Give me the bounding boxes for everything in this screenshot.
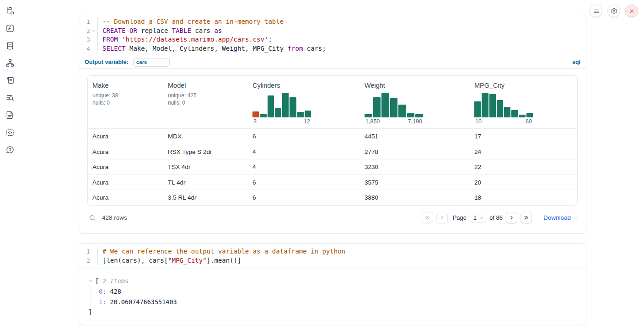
logs-icon[interactable] [5,93,15,103]
histogram-bar[interactable] [275,108,281,117]
column-header-weight[interactable]: Weight1,8507,190 [360,76,470,128]
pagination: Page 1 of 86 Download [422,212,578,223]
code-line[interactable]: 1-- Download a CSV and create an in-memo… [79,17,586,26]
table-cell[interactable]: Acura [88,190,163,205]
chevron-down-icon [479,216,483,220]
histogram-bar[interactable] [252,111,259,117]
table-cell[interactable]: MDX [163,129,248,144]
histogram-bar[interactable] [474,101,481,117]
output-variable-input[interactable] [133,58,170,67]
histogram-bar[interactable] [398,105,406,117]
documentation-icon[interactable] [5,110,15,120]
table-cell[interactable]: TL 4dr [163,175,248,190]
python-code-editor[interactable]: 1# We can reference the output variable … [79,244,586,269]
table-cell[interactable]: 4 [248,159,360,174]
histogram-bar[interactable] [497,100,503,117]
histogram-bar[interactable] [381,93,389,117]
download-button[interactable]: Download [543,214,578,221]
table-cell[interactable]: 3575 [360,175,470,190]
sql-code-editor[interactable]: 1-- Download a CSV and create an in-memo… [79,14,586,55]
code-text: # We can reference the output variable a… [97,247,345,256]
table-row[interactable]: AcuraMDX6445117 [88,128,577,144]
histogram-bar[interactable] [268,95,274,117]
table-cell[interactable]: Acura [88,159,163,174]
code-line[interactable]: 2[len(cars), cars["MPG_City"].mean()] [79,256,586,265]
axis-min-label: 1,850 [365,118,380,125]
table-cell[interactable]: 4 [248,144,360,159]
help-icon[interactable] [5,145,15,155]
scratchpad-icon[interactable] [5,75,15,85]
datasources-icon[interactable] [5,41,15,51]
histogram-bar[interactable] [260,114,266,117]
search-button[interactable] [87,213,97,223]
table-cell[interactable]: 6 [248,175,360,190]
table-row[interactable]: Acura3.5 RL 4dr6388018 [88,190,577,205]
histogram-bar[interactable] [290,97,296,117]
menu-button[interactable] [590,5,602,17]
table-cell[interactable]: 6 [248,129,360,144]
table-cell[interactable]: 3880 [360,190,470,205]
histogram-bar[interactable] [504,107,510,117]
table-cell[interactable]: 17 [470,129,578,144]
table-cell[interactable]: Acura [88,129,163,144]
chevron-left-icon [439,215,445,221]
previous-page-button[interactable] [436,212,448,223]
histogram-bar[interactable] [511,110,518,117]
table-row[interactable]: AcuraTL 4dr6357520 [88,174,577,190]
table-cell[interactable]: 6 [248,190,360,205]
axis-max-label: 7,190 [408,118,422,125]
line-number: 2 [79,26,90,36]
page-select[interactable]: 1 [470,213,486,222]
code-line[interactable]: 4SELECT Make, Model, Cylinders, Weight, … [79,44,586,53]
histogram-bar[interactable] [407,113,415,117]
table-cell[interactable]: RSX Type S 2dr [163,144,248,159]
table-cell[interactable]: 2778 [360,144,470,159]
histogram-bar[interactable] [297,112,304,117]
histogram-bar[interactable] [305,111,311,117]
histogram-bar[interactable] [282,93,289,117]
language-badge[interactable]: sql [572,59,580,65]
histogram-bar[interactable] [526,113,533,117]
column-header-model[interactable]: Modelunique: 425nulls: 0 [163,76,248,110]
line-gutter: 2 [79,26,97,36]
histogram-bar[interactable] [482,93,488,117]
settings-button[interactable] [607,5,620,17]
histogram-bar[interactable] [489,94,496,117]
table-cell[interactable]: Acura [88,175,163,190]
next-page-button[interactable] [506,212,517,223]
table-row[interactable]: AcuraRSX Type S 2dr4277824 [88,144,577,159]
sql-cell-footer: Output variable: sql [79,56,586,69]
row-count: 428 rows [102,214,127,221]
table-cell[interactable]: TSX 4dr [163,159,248,174]
last-page-button[interactable] [521,212,532,223]
histogram-bar[interactable] [390,98,398,117]
first-page-button[interactable] [422,212,433,223]
histogram-bar[interactable] [415,114,423,117]
list-item-key: 0: [99,288,106,295]
table-row[interactable]: AcuraTSX 4dr4323022 [88,159,577,174]
file-tree-icon[interactable] [5,6,15,16]
functions-icon[interactable] [5,23,15,33]
table-cell[interactable]: 24 [470,144,578,159]
table-cell[interactable]: 22 [470,159,578,174]
code-line[interactable]: 1# We can reference the output variable … [79,247,586,256]
shutdown-button[interactable] [625,5,638,17]
table-cell[interactable]: 20 [470,175,578,190]
collapse-chevron-icon[interactable] [88,278,94,284]
histogram-bar[interactable] [519,115,526,117]
histogram-bar[interactable] [365,114,372,117]
table-cell[interactable]: 4451 [360,129,470,144]
code-line[interactable]: 2CREATE OR replace TABLE cars as [79,26,586,36]
code-line[interactable]: 3FROM 'https://datasets.marimo.app/cars.… [79,35,586,44]
column-header-mpg_city[interactable]: MPG_City1060 [470,76,578,128]
fold-chevron-icon[interactable] [90,29,97,33]
snippets-icon[interactable] [5,127,15,137]
dependency-graph-icon[interactable] [5,58,15,68]
column-header-cylinders[interactable]: Cylinders312 [248,76,360,128]
table-cell[interactable]: Acura [88,144,163,159]
table-cell[interactable]: 3230 [360,159,470,174]
histogram-bar[interactable] [373,97,381,117]
column-header-make[interactable]: Makeunique: 38nulls: 0 [88,76,163,110]
table-cell[interactable]: 3.5 RL 4dr [163,190,248,205]
table-cell[interactable]: 18 [470,190,578,205]
